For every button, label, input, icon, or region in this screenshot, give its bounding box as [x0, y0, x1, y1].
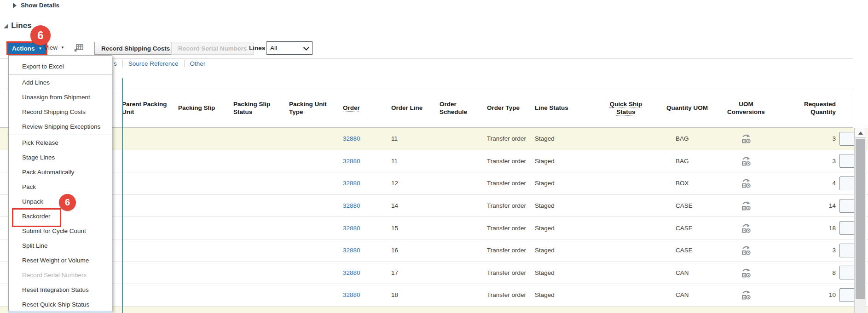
- requested-quantity-cell: 3: [782, 247, 838, 254]
- menu-item[interactable]: Record Shipping Costs: [9, 105, 112, 120]
- uom-conversions-icon[interactable]: [740, 200, 752, 211]
- caret-down-icon: ▼: [61, 46, 64, 50]
- order-link[interactable]: 32880: [343, 247, 360, 254]
- actions-dropdown-menu: Export to ExcelAdd LinesUnassign from Sh…: [8, 55, 112, 311]
- lines-filter-select-wrap: All: [266, 41, 313, 55]
- uom-conversions-cell: [718, 133, 782, 144]
- requested-quantity-cell: 10: [782, 291, 838, 298]
- column-header-quick-ship-status[interactable]: Quick Ship Status: [594, 89, 666, 127]
- table-row[interactable]: 3288011Transfer orderStagedBAG3: [0, 150, 868, 173]
- scroll-up-icon: [858, 131, 863, 135]
- order-link[interactable]: 32880: [343, 180, 360, 187]
- menu-divider: [9, 135, 112, 135]
- table-row[interactable]: 3288012Transfer orderStagedBOX4: [0, 172, 868, 195]
- tab-partial[interactable]: s: [114, 60, 117, 67]
- uom-conversions-cell: [718, 156, 782, 166]
- uom-conversions-icon[interactable]: [740, 133, 752, 144]
- column-header-order[interactable]: Order: [343, 89, 391, 127]
- menu-item[interactable]: Reset Quick Ship Status: [9, 297, 112, 312]
- table-row-partial[interactable]: [0, 307, 868, 313]
- show-details-toggle[interactable]: Show Details: [13, 2, 59, 9]
- expand-triangle-icon: [13, 3, 17, 8]
- order-type-cell: Transfer order: [487, 180, 535, 187]
- menu-item[interactable]: Reset Integration Status: [9, 283, 112, 297]
- requested-quantity-cell: 8: [782, 269, 838, 276]
- uom-conversions-icon[interactable]: [740, 156, 752, 166]
- order-link[interactable]: 32880: [343, 135, 360, 142]
- menu-item[interactable]: Backorder: [9, 209, 112, 224]
- uom-conversions-icon[interactable]: [740, 290, 752, 300]
- table-row[interactable]: 3288018Transfer orderStagedCAN10: [0, 284, 868, 307]
- order-type-cell: Transfer order: [487, 158, 535, 165]
- table-row[interactable]: 3288011Transfer orderStagedBAG3: [0, 128, 868, 150]
- uom-conversions-icon[interactable]: [740, 178, 752, 188]
- order-link[interactable]: 32880: [343, 225, 360, 232]
- record-shipping-costs-button[interactable]: Record Shipping Costs: [94, 42, 177, 55]
- order-cell: 32880: [343, 225, 391, 232]
- menu-item[interactable]: Reset Weight or Volume: [9, 253, 112, 268]
- table-row[interactable]: 3288017Transfer orderStagedCAN8: [0, 262, 868, 285]
- requested-quantity-cell: 4: [782, 180, 838, 187]
- table-header-row: Parent Packing Unit Packing Slip Packing…: [0, 89, 868, 127]
- table-row[interactable]: 3288015Transfer orderStagedCASE18: [0, 217, 868, 239]
- menu-item[interactable]: Review Shipping Exceptions: [9, 120, 112, 134]
- horizontal-scroll-strip[interactable]: [8, 311, 112, 313]
- table-row[interactable]: 3288016Transfer orderStagedCASE3: [0, 239, 868, 262]
- line-status-cell: Staged: [535, 202, 594, 209]
- quantity-uom-cell: CASE: [666, 247, 718, 254]
- column-header-packing-unit-type: Packing Unit Type: [289, 89, 343, 127]
- menu-item[interactable]: Stage Lines: [9, 150, 112, 165]
- menu-item[interactable]: Unassign from Shipment: [9, 90, 112, 105]
- uom-conversions-cell: [718, 178, 782, 188]
- order-type-cell: Transfer order: [487, 247, 535, 254]
- order-type-cell: Transfer order: [487, 202, 535, 209]
- uom-conversions-icon[interactable]: [740, 223, 752, 233]
- order-line-cell: 15: [391, 225, 440, 232]
- quantity-uom-cell: BAG: [666, 135, 718, 142]
- order-line-cell: 11: [391, 135, 440, 142]
- line-status-cell: Staged: [535, 247, 594, 254]
- lines-filter-label: Lines: [249, 45, 265, 51]
- order-link[interactable]: 32880: [343, 269, 360, 276]
- order-link[interactable]: 32880: [343, 202, 360, 209]
- order-cell: 32880: [343, 269, 391, 276]
- uom-conversions-icon[interactable]: [740, 267, 752, 278]
- menu-item[interactable]: Add Lines: [9, 75, 112, 90]
- menu-item[interactable]: Pack Automatically: [9, 165, 112, 180]
- order-cell: 32880: [343, 202, 391, 209]
- tab-other[interactable]: Other: [190, 60, 206, 67]
- uom-conversions-cell: [718, 223, 782, 233]
- lines-section-header: ◢ Lines: [4, 21, 32, 30]
- tab-source-reference[interactable]: Source Reference: [128, 60, 179, 67]
- order-cell: 32880: [343, 158, 391, 165]
- toolbar-divider: [0, 58, 853, 59]
- order-line-cell: 14: [391, 202, 440, 209]
- scroll-up-button[interactable]: [855, 128, 866, 138]
- menu-item[interactable]: Export to Excel: [9, 59, 112, 74]
- uom-conversions-icon[interactable]: [740, 245, 752, 256]
- requested-quantity-cell: 18: [782, 225, 838, 232]
- line-status-cell: Staged: [535, 269, 594, 276]
- order-link[interactable]: 32880: [343, 158, 360, 165]
- menu-divider: [9, 74, 112, 75]
- menu-item[interactable]: Pack: [9, 180, 112, 194]
- vertical-scrollbar[interactable]: [854, 128, 866, 313]
- order-cell: 32880: [343, 291, 391, 298]
- order-line-cell: 16: [391, 247, 440, 254]
- requested-quantity-cell: 3: [782, 158, 838, 165]
- lines-filter-select[interactable]: All: [266, 41, 313, 55]
- detach-icon[interactable]: [74, 43, 84, 52]
- menu-item[interactable]: Split Line: [9, 239, 112, 253]
- collapse-triangle-icon[interactable]: ◢: [4, 23, 8, 28]
- scrollbar-thumb[interactable]: [856, 139, 865, 299]
- table-row[interactable]: 3288014Transfer orderStagedCASE14: [0, 195, 868, 217]
- line-status-cell: Staged: [535, 291, 594, 298]
- order-type-cell: Transfer order: [487, 291, 535, 298]
- uom-conversions-cell: [718, 200, 782, 211]
- view-button[interactable]: View ▼: [44, 44, 64, 51]
- menu-item[interactable]: Pick Release: [9, 136, 112, 150]
- line-status-cell: Staged: [535, 158, 594, 165]
- order-link[interactable]: 32880: [343, 291, 360, 298]
- column-header-line-status: Line Status: [535, 89, 594, 127]
- menu-item[interactable]: Submit for Cycle Count: [9, 224, 112, 239]
